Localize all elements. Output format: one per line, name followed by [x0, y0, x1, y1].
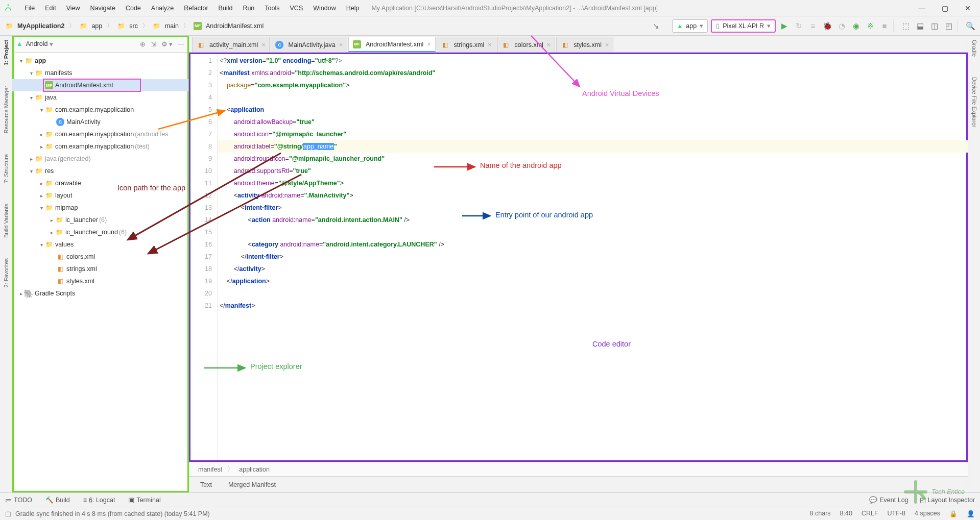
tab-activity-main[interactable]: ◧activity_main.xml× [192, 37, 270, 52]
tab-androidmanifest[interactable]: MFAndroidManifest.xml× [348, 37, 436, 52]
code-area[interactable]: <?xml version="1.0" encoding="utf-8"?><m… [218, 53, 968, 462]
tree-strings-xml[interactable]: ◧strings.xml [12, 263, 188, 275]
close-icon[interactable]: × [547, 41, 551, 48]
bottom-tool-bar: ≔ TODO 🔨 Build ≡ 6: Logcat ▣ Terminal 💬 … [0, 492, 980, 507]
menu-file[interactable]: File [19, 3, 40, 14]
lock-icon[interactable]: ▢ [5, 510, 11, 517]
close-icon[interactable]: × [427, 41, 431, 48]
status-line-ending[interactable]: CRLF [862, 510, 878, 517]
tab-styles[interactable]: ◧styles.xml× [556, 37, 613, 52]
apply-changes-icon[interactable]: ↻ [793, 20, 804, 32]
rail-favorites[interactable]: 2: Favorites [3, 258, 9, 287]
tree-pkg-main[interactable]: ▾📁com.example.myapplication [12, 104, 188, 116]
tree-mipmap[interactable]: ▾📁mipmap [12, 202, 188, 214]
layout-inspector-icon[interactable]: ◰ [943, 20, 954, 32]
tree-layout[interactable]: ▸📁layout [12, 189, 188, 202]
sync-icon[interactable]: ↘ [651, 20, 662, 32]
bottom-logcat[interactable]: ≡ 6: Logcat [83, 497, 115, 504]
bottom-build[interactable]: 🔨 Build [45, 496, 70, 504]
tree-manifests[interactable]: ▾📁manifests [12, 67, 188, 79]
target-icon[interactable]: ⊕ [140, 40, 146, 48]
status-encoding[interactable]: UTF-8 [888, 510, 905, 517]
status-indent[interactable]: 4 spaces [915, 510, 940, 517]
mode-text[interactable]: Text [199, 479, 213, 490]
tree-ic-launcher-round[interactable]: ▸📁ic_launcher_round(6) [12, 226, 188, 238]
menu-code[interactable]: Code [121, 3, 146, 14]
rail-device-file-explorer[interactable]: Device File Explorer [971, 77, 977, 127]
gear-icon[interactable]: ⚙ ▾ [161, 40, 173, 48]
debug-icon[interactable]: 🐞 [822, 20, 833, 32]
status-pos[interactable]: 8:40 [840, 510, 852, 517]
tree-app-module[interactable]: ▾📁app [12, 55, 188, 67]
tree-drawable[interactable]: ▸📁drawable [12, 177, 188, 189]
device-combo[interactable]: ▯ Pixel XL API R ▾ [711, 19, 776, 33]
menu-tools[interactable]: Tools [259, 3, 284, 14]
rail-project[interactable]: 1: Project [3, 40, 9, 65]
tree-pkg-androidtest[interactable]: ▸📁com.example.myapplication(androidTes [12, 128, 188, 140]
menu-refactor[interactable]: Refactor [179, 3, 213, 14]
hide-icon[interactable]: — [178, 40, 185, 48]
rail-gradle[interactable]: Gradle [971, 40, 977, 57]
menu-window[interactable]: Window [308, 3, 341, 14]
sdk-manager-icon[interactable]: ⬓ [915, 20, 926, 32]
project-view-combo[interactable]: Android ▾ [26, 40, 53, 48]
apply-code-icon[interactable]: ≡ [807, 20, 819, 32]
attach-debugger-icon[interactable]: ※ [865, 20, 876, 32]
crumb-project[interactable]: 📁MyApplication2 [4, 21, 65, 31]
menu-vcs[interactable]: VCS [285, 3, 308, 14]
close-icon[interactable]: × [605, 41, 609, 48]
resource-manager-icon[interactable]: ◫ [929, 20, 940, 32]
minimize-button[interactable]: — [918, 4, 925, 12]
tab-mainactivity[interactable]: CMainActivity.java× [271, 37, 347, 52]
tree-java[interactable]: ▾📁java [12, 91, 188, 104]
tree-ic-launcher[interactable]: ▸📁ic_launcher(6) [12, 214, 188, 226]
run-icon[interactable]: ▶ [779, 20, 790, 32]
crumb-app[interactable]: 📁app [78, 21, 103, 31]
menu-edit[interactable]: Edit [40, 3, 61, 14]
mode-merged[interactable]: Merged Manifest [227, 479, 277, 490]
tree-mainactivity[interactable]: CMainActivity [12, 116, 188, 128]
inspector-icon[interactable]: 👤 [967, 510, 975, 517]
bottom-event-log[interactable]: 💬 Event Log [869, 496, 908, 504]
tab-colors[interactable]: ◧colors.xml× [497, 37, 556, 52]
crumb-application[interactable]: application [239, 466, 270, 473]
menu-view[interactable]: View [61, 3, 85, 14]
collapse-icon[interactable]: ⇲ [151, 40, 156, 48]
menu-navigate[interactable]: Navigate [85, 3, 121, 14]
close-icon[interactable]: × [339, 41, 343, 48]
profile-icon[interactable]: ◉ [850, 20, 862, 32]
rail-structure[interactable]: 7: Structure [3, 154, 9, 183]
crumb-file[interactable]: MFAndroidManifest.xml [193, 21, 265, 31]
menu-run[interactable]: Run [237, 3, 259, 14]
padlock-icon[interactable]: 🔒 [949, 510, 958, 517]
tree-colors-xml[interactable]: ◧colors.xml [12, 251, 188, 263]
close-button[interactable]: ✕ [965, 4, 971, 12]
crumb-manifest[interactable]: manifest [198, 466, 222, 473]
tree-pkg-test[interactable]: ▸📁com.example.myapplication(test) [12, 140, 188, 153]
run-config-combo[interactable]: ▲ app ▾ [672, 19, 708, 33]
tree-values[interactable]: ▾📁values [12, 238, 188, 251]
rail-resource-manager[interactable]: Resource Manager [3, 86, 9, 134]
tree-res[interactable]: ▾📁res [12, 165, 188, 177]
stop-icon[interactable]: ■ [879, 20, 890, 32]
coverage-icon[interactable]: ◔ [836, 20, 847, 32]
menu-help[interactable]: Help [341, 3, 365, 14]
crumb-main[interactable]: 📁main [152, 21, 180, 31]
tree-java-generated[interactable]: ▸📁java(generated) [12, 153, 188, 165]
close-icon[interactable]: × [261, 41, 265, 48]
bottom-todo[interactable]: ≔ TODO [5, 496, 32, 504]
close-icon[interactable]: × [488, 41, 491, 48]
tree-gradle-scripts[interactable]: ▸🐘Gradle Scripts [12, 287, 188, 300]
bottom-terminal[interactable]: ▣ Terminal [128, 496, 160, 504]
project-tree[interactable]: ▾📁app ▾📁manifests MFAndroidManifest.xml … [12, 53, 188, 492]
tree-styles-xml[interactable]: ◧styles.xml [12, 275, 188, 287]
rail-build-variants[interactable]: Build Variants [3, 204, 9, 238]
search-icon[interactable]: 🔍 [965, 20, 976, 32]
tree-androidmanifest[interactable]: MFAndroidManifest.xml [12, 79, 188, 91]
tab-strings[interactable]: ◧strings.xml× [437, 37, 496, 52]
avd-manager-icon[interactable]: ⬚ [900, 20, 912, 32]
maximize-button[interactable]: ▢ [942, 4, 948, 12]
menu-build[interactable]: Build [213, 3, 238, 14]
menu-analyze[interactable]: Analyze [146, 3, 179, 14]
crumb-src[interactable]: 📁src [116, 21, 139, 31]
